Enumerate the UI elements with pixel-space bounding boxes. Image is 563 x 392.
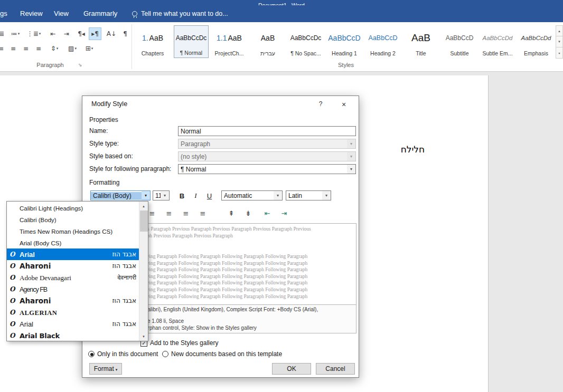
sort-button[interactable]: A↓ (105, 27, 118, 40)
multilevel-list-button[interactable]: ⋮≣▾ (25, 27, 42, 40)
gallery-scroll-up-button[interactable]: ▲ (556, 25, 563, 36)
script-select[interactable]: Latin ▾ (286, 190, 331, 200)
preview-decrease-indent-button[interactable]: ⇤ (260, 208, 274, 218)
gallery-scroll-down-button[interactable]: ▼ (556, 36, 563, 47)
dropdown-arrow-icon: ▾ (39, 32, 41, 36)
style-no-space[interactable]: AaBbCcDc¶ No Spac... (288, 25, 323, 58)
only-in-document-radio[interactable]: Only in this document (88, 350, 158, 358)
font-option-aharoni[interactable]: OAharoniאבגד הוז (7, 295, 139, 307)
style-project[interactable]: 1.1AaBProjectCh... (212, 25, 247, 58)
shading-button[interactable]: ▨▾ (64, 42, 80, 55)
align-center-button[interactable]: ≡ (7, 42, 19, 55)
dropdown-arrow-icon: ▾ (347, 152, 355, 161)
following-paragraph-label: Style for following paragraph: (89, 164, 171, 174)
tab-mailings-partial[interactable]: gs (0, 5, 7, 22)
preview-increase-indent-button[interactable]: ⇥ (277, 208, 291, 218)
style-chapters[interactable]: 1.AaBChapters (135, 25, 170, 58)
right-to-left-direction-button[interactable]: ▸¶ (89, 27, 101, 40)
font-option-arial[interactable]: OArialאבגד הוז (7, 318, 139, 330)
align-right-button[interactable]: ≡ (20, 42, 32, 55)
style-preview-text: 1.1AaB (212, 25, 247, 50)
gallery-more-button[interactable]: ▾ (556, 47, 563, 59)
paragraph-dialog-launcher-icon[interactable]: ⇘ (78, 62, 82, 68)
new-documents-radio[interactable]: New documents based on this template (162, 350, 282, 358)
close-button[interactable]: × (335, 99, 353, 110)
add-to-gallery-checkbox[interactable]: ✓ Add to the Styles gallery (140, 339, 218, 347)
description-line: /Orphan control, Style: Show in the Styl… (142, 325, 257, 331)
ok-button[interactable]: OK (272, 363, 311, 375)
style-preview-sample: AaB (261, 34, 275, 42)
font-option-arial-body-cs-[interactable]: Arial (Body CS) (7, 237, 139, 248)
style-subtitle[interactable]: AaBbCcDSubtitle (442, 25, 477, 58)
font-size-select[interactable]: 11 ▾ (153, 190, 170, 200)
tab-grammarly[interactable]: Grammarly (83, 5, 117, 22)
dropdown-arrow-icon: ▾ (116, 368, 118, 371)
preview-align-center-button[interactable]: ≡ (162, 208, 176, 218)
scrollbar-down-button[interactable]: ▼ (139, 332, 148, 341)
tab-review[interactable]: Review (20, 5, 43, 22)
font-option-arial[interactable]: OArialאבגד הוז (7, 248, 139, 260)
style-hebrew[interactable]: AaBעברית (250, 25, 285, 58)
line-spacing-button[interactable]: ⇕▾ (46, 42, 62, 55)
font-list-scrollbar[interactable]: ▲ ▼ (139, 202, 148, 341)
following-paragraph-select[interactable]: ¶ Normal ▾ (178, 164, 356, 174)
font-name: Calibri (Body) (20, 217, 57, 223)
description-line: (Calibri), English (United Kingdom), Com… (142, 307, 318, 312)
font-option-calibri-body-[interactable]: Calibri (Body) (7, 214, 139, 225)
format-button[interactable]: Format▾ (89, 363, 122, 375)
cancel-button[interactable]: Cancel (316, 363, 355, 375)
increase-spacing-button[interactable]: ⇞ (224, 208, 238, 218)
font-dropdown-list: Calibri Light (Headings)Calibri (Body)Ti… (6, 201, 148, 341)
lightbulb-icon (132, 11, 137, 16)
align-left-button[interactable]: ≡ (0, 42, 6, 55)
underline-button[interactable]: U (204, 190, 215, 201)
font-option-times-new-roman-headings-cs-[interactable]: Times New Roman (Headings CS) (7, 225, 139, 237)
font-name: Calibri Light (Headings) (20, 205, 83, 212)
borders-button[interactable]: ⊞▾ (81, 42, 97, 55)
italic-button[interactable]: I (190, 190, 201, 201)
style-type-select: Paragraph ▾ (178, 139, 356, 149)
tell-me-box[interactable]: Tell me what you want to do... (132, 5, 228, 22)
ribbon-tab-bar: gs Review View Grammarly Tell me what yo… (0, 5, 563, 22)
opentype-icon: O (10, 260, 17, 272)
font-color-select[interactable]: Automatic ▾ (221, 190, 283, 200)
bullet-list-button[interactable]: ≣ (0, 27, 7, 40)
numbered-list-button[interactable]: ≔▾ (7, 27, 23, 40)
style-preview-sample: AaBbCcD (446, 34, 474, 42)
left-to-right-direction-button[interactable]: ¶◂ (75, 27, 88, 40)
font-option-algerian[interactable]: OALGERIAN (7, 307, 139, 318)
style-subtle-emphasis[interactable]: AaBbCcDdSubtle Em... (480, 25, 515, 58)
style-name: ProjectCh... (215, 50, 244, 56)
font-option-agency-fb[interactable]: OAgency FB (7, 283, 139, 295)
opentype-icon: O (10, 283, 17, 295)
style-heading-2[interactable]: AaBbCcDHeading 2 (365, 25, 400, 58)
font-option-calibri-light-headings-[interactable]: Calibri Light (Headings) (7, 202, 139, 214)
style-title[interactable]: AaBTitle (404, 25, 438, 58)
style-emphasis[interactable]: AaBbCcDdEmphasis (519, 25, 553, 58)
down-arrow-icon: ▼ (558, 40, 561, 43)
font-family-select[interactable]: Calibri (Body) ▾ (90, 190, 151, 200)
bold-button[interactable]: B (176, 190, 187, 201)
borders-icon: ⊞ (86, 45, 91, 52)
scrollbar-thumb[interactable] (140, 211, 148, 232)
font-option-adobe-devanagari[interactable]: OAdobe Devanagariदेवनागरी (7, 272, 139, 283)
name-input[interactable] (178, 126, 356, 136)
align-center-icon: ≡ (11, 45, 16, 52)
opentype-icon: O (10, 307, 17, 318)
show-formatting-marks-button[interactable]: ¶ (120, 27, 130, 40)
preview-align-right-button[interactable]: ≡ (179, 208, 193, 218)
decrease-spacing-button[interactable]: ⇟ (241, 208, 255, 218)
font-option-aharoni[interactable]: OAharoniאבגד הוז (7, 260, 139, 272)
help-button[interactable]: ? (315, 100, 326, 108)
style-normal[interactable]: AaBbCcDc¶ Normal (174, 25, 209, 58)
scrollbar-up-button[interactable]: ▲ (139, 202, 148, 211)
font-sample-text: אבגד הוז (112, 295, 136, 307)
justify-button[interactable]: ≡ (33, 42, 44, 55)
preview-justify-button[interactable]: ≡ (196, 208, 210, 218)
decrease-indent-button[interactable]: ⇤ (46, 27, 59, 40)
document-text[interactable]: חלילח (393, 144, 425, 155)
font-option-arial-black[interactable]: OArial Black (7, 330, 139, 341)
style-heading-1[interactable]: AaBbCcDHeading 1 (327, 25, 362, 58)
tab-view[interactable]: View (54, 5, 69, 22)
increase-indent-button[interactable]: ⇥ (60, 27, 73, 40)
